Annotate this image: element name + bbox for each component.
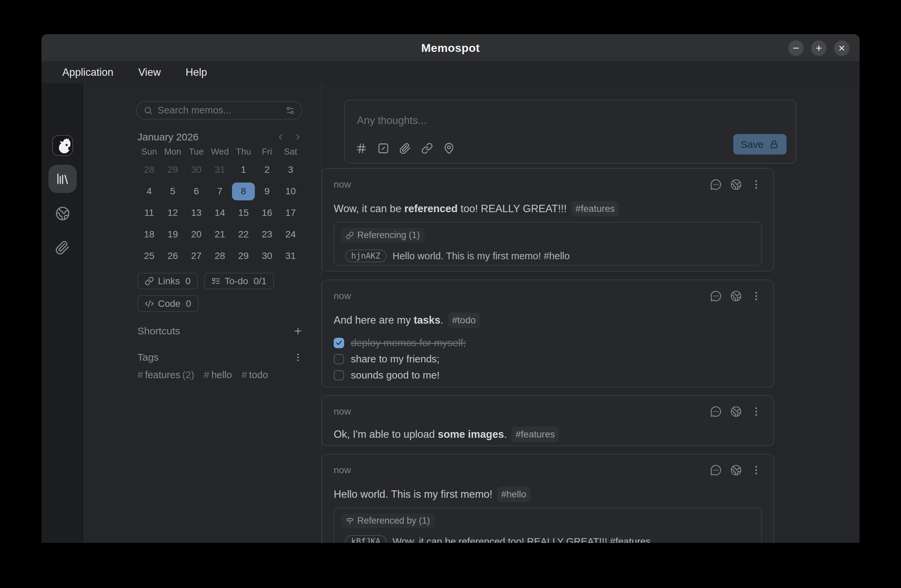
checkbox-unchecked[interactable]: [334, 354, 344, 364]
calendar-grid: 2829303112345678910111213141516171819202…: [137, 159, 302, 267]
calendar-day[interactable]: 6: [184, 181, 208, 202]
referenced-memo-row[interactable]: kBfJKAWow, it can be referenced too! REA…: [345, 535, 753, 543]
checkbox-checked[interactable]: [334, 338, 344, 348]
calendar-day[interactable]: 20: [184, 224, 208, 245]
filter-settings-icon[interactable]: [285, 106, 295, 115]
calendar-day[interactable]: 28: [208, 245, 232, 267]
chevron-right-icon[interactable]: [294, 133, 302, 142]
comment-button[interactable]: [710, 179, 722, 190]
calendar-day[interactable]: 17: [279, 202, 302, 224]
calendar-day[interactable]: 24: [279, 224, 302, 245]
hash-icon[interactable]: [355, 142, 367, 154]
calendar-day[interactable]: 27: [184, 245, 208, 267]
close-button[interactable]: [834, 41, 850, 56]
reference-chip[interactable]: Referenced by (1): [341, 513, 435, 528]
reference-chip[interactable]: Referencing (1): [341, 228, 425, 242]
stat-chip-links[interactable]: Links0: [137, 273, 198, 289]
calendar-day[interactable]: 30: [184, 159, 208, 181]
location-pin-icon[interactable]: [443, 142, 455, 154]
maximize-button[interactable]: [811, 41, 826, 56]
calendar-day[interactable]: 25: [137, 245, 161, 267]
visibility-button[interactable]: [730, 179, 742, 190]
comment-bubble-icon: [710, 465, 722, 476]
checkbox-unchecked[interactable]: [334, 370, 344, 381]
calendar-day[interactable]: 23: [255, 224, 279, 245]
memo-editor[interactable]: Any thoughts... Save: [344, 100, 797, 164]
rail-item-earth[interactable]: [55, 206, 70, 221]
link-icon[interactable]: [421, 142, 433, 154]
calendar-day[interactable]: 3: [279, 159, 302, 181]
rail-item-paperclip[interactable]: [55, 240, 70, 255]
paperclip-icon[interactable]: [399, 142, 411, 154]
hash-glyph: #: [242, 369, 247, 381]
tag-item-todo[interactable]: #todo: [242, 369, 268, 381]
memo-content: Ok, I'm able to upload some images.#feat…: [334, 427, 762, 442]
visibility-button[interactable]: [730, 465, 742, 476]
calendar-day[interactable]: 7: [208, 181, 232, 202]
window-titlebar[interactable]: Memospot: [41, 34, 860, 61]
comment-button[interactable]: [710, 406, 722, 417]
menu-item-application[interactable]: Application: [62, 66, 114, 78]
calendar-day[interactable]: 30: [255, 245, 279, 267]
calendar-day-selected[interactable]: 8: [232, 181, 255, 202]
more-button[interactable]: [750, 406, 762, 417]
search-input[interactable]: Search memos...: [136, 101, 302, 120]
calendar-day[interactable]: 31: [279, 245, 302, 267]
list-todo-icon: [212, 276, 221, 285]
tag-name: features: [145, 370, 181, 381]
memo-tag-chip[interactable]: #hello: [497, 487, 530, 502]
calendar-day[interactable]: 28: [137, 159, 161, 181]
menu-item-view[interactable]: View: [139, 66, 161, 78]
calendar-day[interactable]: 18: [137, 224, 161, 245]
chevron-left-icon[interactable]: [276, 133, 285, 142]
add-shortcut-button[interactable]: [293, 326, 303, 336]
memo-uid-pill[interactable]: kBfJKA: [345, 535, 387, 543]
calendar-day[interactable]: 21: [208, 224, 232, 245]
comment-button[interactable]: [710, 465, 722, 476]
memo-tag-chip[interactable]: #features: [571, 201, 619, 217]
calendar-day[interactable]: 10: [279, 181, 302, 202]
calendar-day[interactable]: 2: [255, 159, 279, 181]
calendar-day[interactable]: 1: [232, 159, 255, 181]
calendar-day[interactable]: 11: [137, 202, 161, 224]
stat-chip-to-do[interactable]: To-do0/1: [204, 273, 274, 289]
memo-content: Hello world. This is my first memo!#hell…: [334, 487, 762, 502]
memo-tag-chip[interactable]: #features: [511, 427, 559, 442]
calendar-day[interactable]: 4: [137, 181, 161, 202]
calendar-day[interactable]: 15: [232, 202, 255, 224]
calendar-day[interactable]: 13: [184, 202, 208, 224]
calendar-day[interactable]: 14: [208, 202, 232, 224]
referenced-memo-row[interactable]: hjnAKZHello world. This is my first memo…: [345, 250, 753, 262]
calendar-day[interactable]: 9: [255, 181, 279, 202]
memo-uid-pill[interactable]: hjnAKZ: [345, 250, 387, 262]
rail-item-library[interactable]: [48, 165, 77, 193]
calendar-day[interactable]: 12: [161, 202, 184, 224]
minimize-button[interactable]: [788, 41, 804, 56]
calendar-day[interactable]: 26: [161, 245, 184, 267]
calendar-day[interactable]: 19: [161, 224, 184, 245]
more-button[interactable]: [750, 465, 762, 476]
comment-button[interactable]: [710, 290, 722, 302]
tag-item-hello[interactable]: #hello: [204, 369, 232, 381]
save-button[interactable]: Save: [733, 134, 787, 154]
memos-logo-avatar[interactable]: [52, 135, 73, 156]
calendar-day[interactable]: 16: [255, 202, 279, 224]
calendar-day[interactable]: 31: [208, 159, 232, 181]
milestone-icon: [346, 517, 354, 525]
more-button[interactable]: [750, 290, 762, 302]
task-text: share to my friends;: [351, 353, 440, 365]
memo-tag-chip[interactable]: #todo: [448, 312, 480, 328]
calendar-day[interactable]: 5: [161, 181, 184, 202]
more-button[interactable]: [750, 179, 762, 190]
calendar-day[interactable]: 29: [161, 159, 184, 181]
tag-item-features[interactable]: #features(2): [137, 369, 194, 381]
menu-item-help[interactable]: Help: [186, 66, 207, 78]
visibility-button[interactable]: [730, 406, 742, 417]
maximize-icon: [815, 44, 823, 52]
stat-chip-code[interactable]: Code0: [137, 295, 199, 312]
tags-menu-button[interactable]: [293, 352, 303, 362]
calendar-day[interactable]: 22: [232, 224, 255, 245]
visibility-button[interactable]: [730, 290, 742, 302]
square-slash-icon[interactable]: [377, 142, 389, 154]
calendar-day[interactable]: 29: [232, 245, 255, 267]
